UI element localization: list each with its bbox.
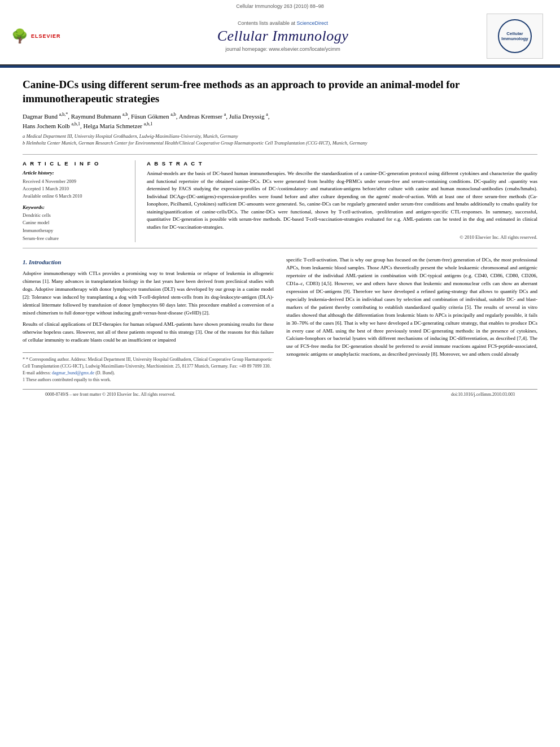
footnotes-area: * * Corresponding author. Address: Medic…: [23, 352, 274, 383]
body-text-right: specific T-cell-activation. That is why …: [286, 256, 537, 359]
footnote-corresponding: * * Corresponding author. Address: Medic…: [23, 356, 274, 370]
keywords-label: Keywords:: [23, 204, 127, 210]
section-number: 1.: [23, 259, 27, 265]
section-title-text: Introduction: [29, 259, 61, 265]
keyword-1: Dendritic cells: [23, 212, 127, 220]
header-center: Contents lists available at ScienceDirec…: [79, 20, 487, 52]
footnote-corresponding-text: * Corresponding author. Address: Medical…: [23, 357, 272, 369]
affiliations: a Medical Department III, University Hos…: [23, 133, 537, 147]
footer-issn: 0008-8749/$ – see front matter © 2010 El…: [45, 392, 176, 397]
abstract-col: A B S T R A C T Animal-models are the ba…: [147, 160, 537, 242]
email-suffix: (D. Bund).: [95, 370, 115, 375]
footnote-1: 1 These authors contributed equally to t…: [23, 377, 274, 383]
journal-citation: Cellular Immunology 263 (2010) 88–98: [0, 0, 560, 10]
sup-ab5: a,b,1: [144, 122, 153, 127]
journal-header: Cellular Immunology 263 (2010) 88–98 🌳 E…: [0, 0, 560, 65]
article-info-header: A R T I C L E I N F O: [23, 160, 127, 167]
body-divider: [23, 248, 537, 248]
journal-title: Cellular Immunology: [79, 28, 487, 45]
article-info-col: A R T I C L E I N F O Article history: R…: [23, 160, 135, 242]
authors-text: Dagmar Bund a,b,*, Raymund Buhmann a,b, …: [23, 113, 269, 129]
intro-p2: Results of clinical applications of DLT-…: [23, 321, 274, 344]
logo-circle-text: CellularImmunology: [501, 31, 528, 41]
sup-a3: a: [266, 112, 268, 117]
sciencedirect-link[interactable]: ScienceDirect: [297, 20, 329, 26]
header-banner: 🌳 ELSEVIER Contents lists available at S…: [0, 10, 560, 62]
elsevier-logo-area: 🌳 ELSEVIER: [11, 29, 79, 43]
right-p1: specific T-cell-activation. That is why …: [286, 256, 537, 359]
contents-label: Contents lists available at: [238, 20, 295, 26]
keyword-4: Serum-free culture: [23, 235, 127, 243]
email-link[interactable]: dagmar_bund@gmx.de: [52, 370, 94, 375]
elsevier-brand: 🌳 ELSEVIER: [11, 29, 79, 43]
logo-circle: CellularImmunology: [498, 19, 532, 53]
accepted-date: Accepted 1 March 2010: [23, 185, 127, 193]
copyright: © 2010 Elsevier Inc. All rights reserved…: [147, 234, 537, 240]
journal-homepage: journal homepage: www.elsevier.com/locat…: [79, 46, 487, 52]
body-right-col: specific T-cell-activation. That is why …: [286, 256, 537, 383]
info-abstract-section: A R T I C L E I N F O Article history: R…: [23, 160, 537, 242]
authors-line: Dagmar Bund a,b,*, Raymund Buhmann a,b, …: [23, 111, 537, 130]
sup-ab4: a,b,1: [71, 122, 80, 127]
affiliation-b: b Helmholtz Center Munich, German Resear…: [23, 140, 537, 147]
elsevier-text: ELSEVIER: [31, 33, 61, 39]
intro-p1: Adoptive immunotherapy with CTLs provide…: [23, 270, 274, 317]
body-text-left: Adoptive immunotherapy with CTLs provide…: [23, 270, 274, 344]
elsevier-brand-text-block: ELSEVIER: [31, 33, 61, 39]
keyword-3: Immunotherapy: [23, 227, 127, 235]
journal-logo: CellularImmunology: [487, 14, 543, 59]
journal-logo-area: CellularImmunology: [487, 14, 549, 59]
page-footer: 0008-8749/$ – see front matter © 2010 El…: [23, 389, 537, 397]
available-date: Available online 6 March 2010: [23, 193, 127, 200]
footnote-1-text: 1 These authors contributed equally to t…: [23, 377, 111, 382]
history-label: Article history:: [23, 170, 127, 176]
abstract-header: A B S T R A C T: [147, 160, 537, 167]
sciencedirect-line: Contents lists available at ScienceDirec…: [79, 20, 487, 26]
body-left-col: 1. Introduction Adoptive immunotherapy w…: [23, 256, 274, 383]
received-date: Received 4 November 2009: [23, 178, 127, 185]
article-title: Canine-DCs using different serum-free me…: [23, 78, 537, 106]
sup-ab2: a,b: [123, 112, 128, 117]
sup-star: *: [65, 112, 68, 117]
sup-a: a,b,: [59, 112, 66, 117]
body-section: 1. Introduction Adoptive immunotherapy w…: [23, 256, 537, 383]
article-content: Canine-DCs using different serum-free me…: [0, 68, 560, 403]
intro-title: 1. Introduction: [23, 259, 274, 265]
elsevier-tree-icon: 🌳: [11, 29, 28, 43]
footnote-email: E-mail address: dagmar_bund@gmx.de (D. B…: [23, 370, 274, 377]
footer-doi: doi:10.1016/j.cellimm.2010.03.003: [451, 392, 515, 397]
affiliation-a: a Medical Department III, University Hos…: [23, 133, 537, 140]
email-label: E-mail address:: [23, 370, 51, 375]
divider: [23, 154, 537, 155]
keyword-2: Canine model: [23, 219, 127, 227]
sup-ab3: a,b: [170, 112, 176, 117]
abstract-text: Animal-models are the basis of DC-based …: [147, 170, 537, 231]
page: Cellular Immunology 263 (2010) 88–98 🌳 E…: [0, 0, 560, 747]
sup-a2: a: [224, 112, 226, 117]
